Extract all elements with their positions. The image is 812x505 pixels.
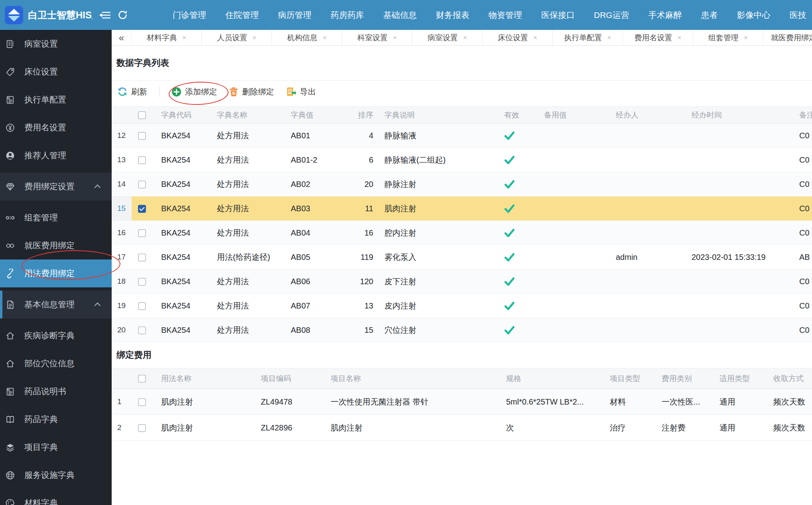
- sidebar-item-visit-fee-binding[interactable]: 就医费用绑定: [0, 232, 112, 259]
- sidebar-item-ward-setup[interactable]: 病室设置: [0, 30, 112, 58]
- top-nav-item[interactable]: 财务报表: [436, 10, 469, 21]
- table-row[interactable]: 16 BKA254 处方用法 AB04 16 腔内注射 C0: [112, 221, 812, 245]
- row-checkbox[interactable]: [138, 253, 146, 261]
- sidebar-item-exec-order-config[interactable]: 执行单配置: [0, 86, 112, 114]
- row-checkbox[interactable]: [138, 302, 146, 310]
- row-checkbox[interactable]: [138, 205, 146, 213]
- table-row[interactable]: 1 肌肉注射 ZL49478 一次性使用无菌注射器 带针 5ml*0.6*25T…: [112, 389, 812, 415]
- app-logo-icon: [5, 6, 23, 24]
- tabs-collapse-button[interactable]: «: [112, 30, 132, 45]
- sidebar-item-project-dict[interactable]: 项目字典: [0, 433, 112, 461]
- table-row[interactable]: 15 BKA254 处方用法 AB03 11 肌肉注射 C0: [112, 196, 812, 221]
- sidebar-group-fee-binding[interactable]: 费用绑定设置: [0, 173, 112, 200]
- row-checkbox[interactable]: [138, 156, 146, 164]
- sidebar-item-package-mgmt[interactable]: 组套管理: [0, 204, 112, 232]
- cell-sort: 13: [350, 294, 378, 318]
- tab[interactable]: 就医费用绑定 ×: [763, 30, 812, 45]
- top-nav-item[interactable]: 影像中心: [737, 10, 771, 21]
- delete-binding-button[interactable]: 删除绑定: [229, 86, 274, 97]
- sidebar-item-acupoint-info[interactable]: 部位穴位信息: [0, 350, 112, 377]
- cell-item-type: 治疗: [603, 415, 655, 441]
- table-row[interactable]: 18 BKA254 处方用法 AB06 120 皮下注射 C0: [112, 269, 812, 294]
- top-nav-item[interactable]: 药房药库: [331, 10, 364, 21]
- table-row[interactable]: 20 BKA254 处方用法 AB08 15 穴位注射 C0: [112, 318, 812, 342]
- tab[interactable]: 科室设置 ×: [342, 30, 412, 45]
- close-tab-icon[interactable]: ×: [252, 34, 256, 42]
- add-binding-button[interactable]: 添加绑定: [171, 86, 217, 97]
- tab[interactable]: 执行单配置 ×: [553, 30, 623, 45]
- row-checkbox[interactable]: [138, 424, 146, 432]
- table-row[interactable]: 14 BKA254 处方用法 AB02 20 静脉注射 C0: [112, 172, 812, 196]
- tab[interactable]: 病室设置 ×: [412, 30, 483, 45]
- close-tab-icon[interactable]: ×: [463, 34, 467, 42]
- row-select-cell: [132, 415, 155, 441]
- cell-dict-value: AB01-2: [284, 148, 350, 172]
- chevron-up-icon: [95, 184, 101, 191]
- table-row[interactable]: 17 BKA254 用法(给药途径) AB05 119 雾化泵入 admin 2…: [112, 245, 812, 269]
- tab[interactable]: 机构信息 ×: [272, 30, 342, 45]
- sidebar-item-referrer-mgmt[interactable]: 推荐人管理: [0, 141, 112, 169]
- top-nav-item[interactable]: 病历管理: [278, 10, 311, 21]
- close-tab-icon[interactable]: ×: [744, 34, 748, 42]
- table-row[interactable]: 2 肌肉注射 ZL42896 肌肉注射 次 治疗 注射费 通用 频次天数: [112, 415, 812, 441]
- valid-check-icon: [504, 179, 515, 189]
- select-all-checkbox[interactable]: [138, 111, 146, 119]
- close-tab-icon[interactable]: ×: [607, 34, 611, 42]
- cell-backup-value: [538, 172, 609, 196]
- col-operator: 经办人: [609, 107, 685, 124]
- select-all-checkbox[interactable]: [138, 375, 146, 383]
- row-number: 15: [112, 196, 132, 221]
- top-nav-item[interactable]: 医保接口: [541, 10, 575, 21]
- row-checkbox[interactable]: [138, 398, 146, 406]
- cell-sort: 16: [350, 221, 378, 245]
- table-row[interactable]: 13 BKA254 处方用法 AB01-2 6 静脉输液(二组起) C0: [112, 148, 812, 172]
- row-checkbox[interactable]: [138, 326, 146, 334]
- top-nav-item[interactable]: 手术麻醉: [648, 10, 682, 21]
- cell-spec: 次: [500, 415, 603, 441]
- tab[interactable]: 人员设置 ×: [202, 30, 272, 45]
- close-tab-icon[interactable]: ×: [182, 34, 186, 42]
- top-nav-item[interactable]: 医技: [790, 10, 806, 21]
- sidebar-item-service-facility-dict[interactable]: 服务设施字典: [0, 461, 112, 489]
- cell-operate-time: [685, 124, 793, 148]
- refresh-page-icon[interactable]: [117, 10, 128, 20]
- sidebar-group-basic-info[interactable]: 基本信息管理: [0, 291, 112, 318]
- trash-icon: [229, 86, 238, 97]
- tab[interactable]: 材料字典 ×: [132, 30, 202, 45]
- row-checkbox[interactable]: [138, 278, 146, 286]
- table-row[interactable]: 12 BKA254 处方用法 AB01 4 静脉输液 C0: [112, 124, 812, 148]
- sidebar-item-fee-name-setup[interactable]: 费用名设置: [0, 114, 112, 141]
- export-icon: [286, 86, 296, 97]
- cell-backup-value: [538, 148, 609, 172]
- row-checkbox[interactable]: [138, 181, 146, 189]
- top-nav-item[interactable]: 物资管理: [489, 10, 522, 21]
- menu-fold-icon[interactable]: [99, 10, 111, 20]
- tab[interactable]: 组套管理 ×: [693, 30, 763, 45]
- export-button[interactable]: 导出: [286, 86, 316, 97]
- close-tab-icon[interactable]: ×: [678, 34, 682, 42]
- top-nav-item[interactable]: 患者: [701, 10, 718, 21]
- refresh-button[interactable]: 刷新: [117, 86, 147, 97]
- cell-valid: [498, 294, 538, 318]
- tab[interactable]: 费用名设置 ×: [623, 30, 693, 45]
- cell-dict-desc: 肌肉注射: [378, 196, 498, 221]
- row-checkbox[interactable]: [138, 132, 146, 140]
- table-row[interactable]: 19 BKA254 处方用法 AB07 13 皮内注射 C0: [112, 294, 812, 318]
- valid-check-icon: [504, 301, 515, 311]
- layers-icon: [5, 442, 15, 452]
- close-tab-icon[interactable]: ×: [393, 34, 397, 42]
- close-tab-icon[interactable]: ×: [323, 34, 327, 42]
- sidebar-item-drug-dict[interactable]: 药品字典: [0, 405, 112, 433]
- top-nav-item[interactable]: DRG运营: [594, 10, 629, 21]
- top-nav-item[interactable]: 门诊管理: [173, 10, 206, 21]
- sidebar-item-material-dict[interactable]: 材料字典: [0, 489, 112, 505]
- close-tab-icon[interactable]: ×: [533, 34, 537, 42]
- row-checkbox[interactable]: [138, 229, 146, 237]
- tab[interactable]: 床位设置 ×: [483, 30, 553, 45]
- top-nav-item[interactable]: 住院管理: [225, 10, 259, 21]
- sidebar-item-disease-dict[interactable]: 疾病诊断字典: [0, 322, 112, 350]
- top-nav-item[interactable]: 基础信息: [383, 10, 417, 21]
- sidebar-item-usage-fee-binding[interactable]: 用法费用绑定: [0, 259, 112, 287]
- sidebar-item-bed-setup[interactable]: 床位设置: [0, 58, 112, 86]
- sidebar-item-drug-manual[interactable]: 药品说明书: [0, 377, 112, 405]
